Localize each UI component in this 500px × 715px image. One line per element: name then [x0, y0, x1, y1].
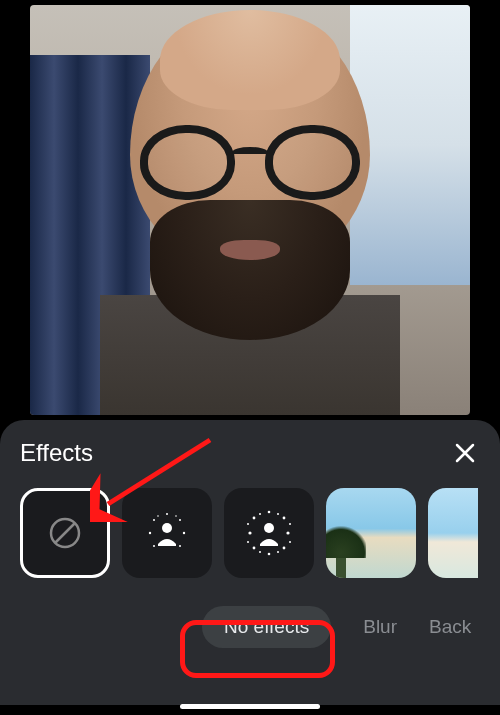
label-blur[interactable]: Blur	[363, 616, 397, 638]
svg-point-7	[153, 545, 155, 547]
svg-point-19	[268, 511, 271, 514]
svg-point-2	[162, 523, 172, 533]
effect-blur-strong-tile[interactable]	[224, 488, 314, 578]
svg-line-1	[55, 523, 75, 543]
effect-background-beach2-tile[interactable]	[428, 488, 478, 578]
svg-point-10	[157, 515, 159, 517]
label-back[interactable]: Back	[429, 616, 471, 638]
svg-point-5	[149, 532, 151, 534]
svg-point-8	[179, 545, 181, 547]
effect-none-tile[interactable]	[20, 488, 110, 578]
svg-point-9	[166, 513, 168, 515]
effects-panel: Effects	[0, 420, 500, 705]
svg-point-24	[277, 551, 279, 553]
no-effect-icon	[47, 515, 83, 551]
svg-point-11	[175, 515, 177, 517]
svg-point-13	[253, 517, 256, 520]
video-preview	[0, 0, 500, 420]
effects-thumbnails	[0, 488, 500, 578]
svg-point-16	[286, 531, 289, 534]
svg-point-3	[153, 519, 155, 521]
home-indicator	[180, 704, 320, 709]
effect-background-beach1-tile[interactable]	[326, 488, 416, 578]
svg-point-27	[247, 541, 249, 543]
effect-labels: No effects Blur Back	[0, 578, 500, 648]
svg-point-23	[259, 551, 261, 553]
effect-blur-light-tile[interactable]	[122, 488, 212, 578]
svg-point-12	[264, 523, 274, 533]
svg-point-4	[179, 519, 181, 521]
svg-point-14	[283, 517, 286, 520]
svg-point-26	[289, 523, 291, 525]
svg-point-6	[183, 532, 185, 534]
svg-point-22	[277, 513, 279, 515]
close-icon	[455, 443, 475, 463]
camera-feed	[30, 5, 470, 415]
svg-point-17	[253, 547, 256, 550]
svg-point-28	[289, 541, 291, 543]
close-button[interactable]	[450, 438, 480, 468]
svg-point-15	[248, 531, 251, 534]
label-no-effects[interactable]: No effects	[202, 606, 331, 648]
svg-point-25	[247, 523, 249, 525]
blur-strong-icon	[242, 506, 296, 560]
panel-title: Effects	[20, 439, 93, 467]
svg-point-18	[283, 547, 286, 550]
svg-point-20	[268, 553, 271, 556]
blur-light-icon	[140, 506, 194, 560]
svg-point-21	[259, 513, 261, 515]
